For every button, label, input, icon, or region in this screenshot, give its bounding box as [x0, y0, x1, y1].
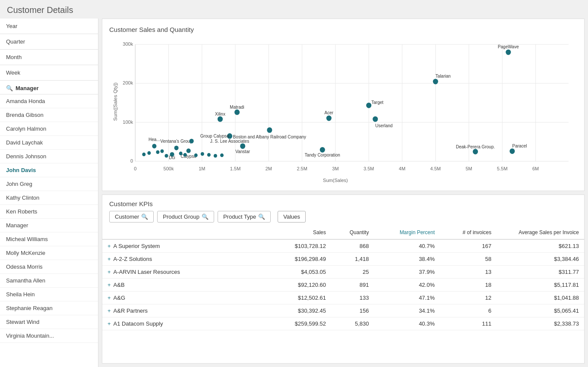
dot-ventana[interactable] [174, 146, 179, 151]
dot-boston[interactable] [267, 127, 272, 133]
manager-item-carolyn-halmon[interactable]: Carolyn Halmon [0, 122, 98, 136]
manager-section: 🔍 Manager [0, 81, 98, 94]
dot-tandy[interactable] [320, 147, 325, 153]
manager-item-stephanie-reagan[interactable]: Stephanie Reagan [0, 301, 98, 315]
svg-text:Target: Target [371, 100, 383, 105]
svg-text:Tandy Corporation: Tandy Corporation [305, 153, 340, 157]
dot-small-11[interactable] [214, 154, 217, 158]
table-row: +A1 Datacom Supply$259,599.525,83040.3%1… [102, 317, 584, 330]
manager-item-samantha-allen[interactable]: Samantha Allen [0, 274, 98, 288]
manager-item-dennis-johnson[interactable]: Dennis Johnson [0, 150, 98, 163]
dot-target[interactable] [366, 103, 371, 108]
kpi-table-container[interactable]: Sales Quantity Margin Percent # of invoi… [102, 226, 584, 363]
manager-item-amanda-honda[interactable]: Amanda Honda [0, 94, 98, 108]
product-group-filter-btn[interactable]: Product Group 🔍 [157, 211, 214, 223]
svg-text:Talarian: Talarian [436, 74, 451, 78]
col-header-invoices: # of invoices [440, 226, 496, 239]
dot-xilinx[interactable] [218, 116, 223, 122]
cell-customer: +A&G [102, 292, 271, 304]
dot-pagewave[interactable] [506, 50, 511, 55]
manager-item-brenda-gibson[interactable]: Brenda Gibson [0, 108, 98, 122]
search-icon: 🔍 [258, 213, 265, 220]
manager-item-ken-roberts[interactable]: Ken Roberts [0, 205, 98, 219]
cell-invoices: 13 [440, 266, 496, 279]
month-filter[interactable]: Month [0, 50, 98, 65]
dot-small-4[interactable] [160, 149, 164, 153]
dot-small-3[interactable] [156, 150, 159, 154]
dot-small-7[interactable] [183, 153, 187, 157]
svg-text:Vanstar: Vanstar [235, 149, 250, 154]
expand-icon[interactable]: + [107, 243, 111, 249]
dot-small-8[interactable] [194, 154, 198, 157]
svg-text:Paracel: Paracel [512, 144, 527, 148]
expand-icon[interactable]: + [107, 282, 111, 288]
svg-text:Dci: Dci [169, 155, 175, 160]
dot-small-9[interactable] [201, 152, 204, 156]
manager-item-sheila-hein[interactable]: Sheila Hein [0, 288, 98, 301]
cell-quantity: 868 [331, 239, 374, 253]
dot-acer[interactable] [326, 116, 332, 121]
search-icon: 🔍 [202, 213, 209, 220]
kpi-filters: Customer 🔍 Product Group 🔍 Product Type … [102, 211, 584, 226]
svg-text:Matradi: Matradi [230, 104, 244, 109]
chart-title: Customer Sales and Quantity [109, 26, 577, 33]
values-btn[interactable]: Values [278, 211, 306, 223]
dot-group-calypso[interactable] [190, 139, 194, 144]
table-row: +A&G$12,502.6113347.1%12$1,041.88 [102, 292, 584, 304]
manager-item-john-davis[interactable]: John Davis [0, 163, 98, 177]
svg-text:1.5M: 1.5M [230, 166, 241, 171]
cell-invoices: 58 [440, 253, 496, 266]
cell-quantity: 1,418 [331, 253, 374, 266]
year-filter[interactable]: Year [0, 19, 98, 34]
cell-sales: $259,599.52 [271, 317, 331, 330]
manager-item-kathy-clinton[interactable]: Kathy Clinton [0, 191, 98, 205]
dot-small-6[interactable] [179, 152, 183, 156]
cell-invoices: 111 [440, 317, 496, 330]
svg-text:J. S. Lee Associates: J. S. Lee Associates [210, 139, 249, 144]
dot-small-2[interactable] [147, 151, 151, 155]
week-filter[interactable]: Week [0, 65, 98, 81]
expand-icon[interactable]: + [107, 295, 111, 301]
manager-item-manager[interactable]: Manager [0, 219, 98, 232]
dot-deak[interactable] [473, 149, 478, 154]
manager-item-micheal-williams[interactable]: Micheal Williams [0, 232, 98, 246]
manager-item-virginia-mountain[interactable]: Virginia Mountain... [0, 329, 98, 343]
kpi-panel: Customer KPIs Customer 🔍 Product Group 🔍… [102, 194, 585, 364]
kpi-table-body: +A Superior System$103,728.1286840.7%167… [102, 239, 584, 330]
manager-item-odessa-morris[interactable]: Odessa Morris [0, 260, 98, 274]
col-header-avg-sales: Average Sales per Invoice [496, 226, 584, 239]
dot-hea[interactable] [152, 144, 156, 149]
customer-filter-btn[interactable]: Customer 🔍 [109, 211, 154, 223]
expand-icon[interactable]: + [107, 256, 111, 262]
col-header-customer [102, 226, 271, 239]
dot-calypso[interactable] [187, 148, 191, 153]
cell-invoices: 18 [440, 279, 496, 292]
dot-small-5[interactable] [164, 154, 168, 158]
expand-icon[interactable]: + [107, 269, 111, 275]
manager-item-molly-mckenzie[interactable]: Molly McKenzie [0, 246, 98, 260]
table-header-row: Sales Quantity Margin Percent # of invoi… [102, 226, 584, 239]
cell-avg-sales: $2,338.73 [496, 317, 584, 330]
svg-text:1M: 1M [199, 166, 205, 171]
cell-avg-sales: $621.13 [496, 239, 584, 253]
manager-item-john-greg[interactable]: John Greg [0, 177, 98, 191]
dot-paracel[interactable] [509, 148, 515, 154]
dot-small-12[interactable] [220, 154, 224, 157]
svg-text:Userland: Userland [375, 123, 392, 128]
product-type-filter-btn[interactable]: Product Type 🔍 [218, 211, 271, 223]
svg-text:Boston and Albany Railroad Com: Boston and Albany Railroad Company [233, 134, 307, 139]
svg-text:Deak-Perera Group.: Deak-Perera Group. [456, 144, 495, 149]
manager-item-david-laychak[interactable]: David Laychak [0, 136, 98, 150]
dot-matradi[interactable] [234, 110, 240, 115]
quarter-filter[interactable]: Quarter [0, 34, 98, 50]
expand-icon[interactable]: + [107, 307, 111, 314]
manager-item-stewart-wind[interactable]: Stewart Wind [0, 315, 98, 329]
dot-userland[interactable] [373, 116, 378, 122]
dot-talarian[interactable] [433, 79, 438, 85]
svg-text:5M: 5M [465, 166, 472, 171]
cell-margin: 40.3% [374, 317, 440, 330]
dot-vanstar[interactable] [240, 143, 245, 149]
dot-small-10[interactable] [207, 153, 211, 157]
dot-small-1[interactable] [142, 153, 145, 157]
expand-icon[interactable]: + [107, 320, 111, 327]
